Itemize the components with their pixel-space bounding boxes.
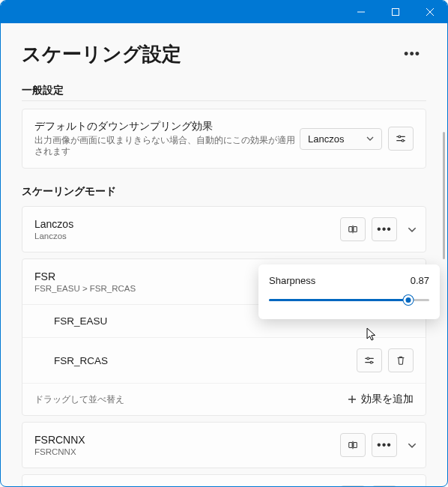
mode-name: FSR — [34, 270, 136, 282]
rename-icon — [348, 440, 358, 450]
rename-icon — [348, 224, 358, 235]
svg-rect-21 — [354, 443, 357, 448]
app-window: スケーリング設定 ••• 一般設定 デフォルトのダウンサンプリング効果 出力画像… — [0, 0, 448, 487]
add-effect-button[interactable]: 効果を追加 — [348, 393, 414, 406]
drag-hint: ドラッグして並べ替え — [34, 393, 124, 406]
scrollbar-thumb[interactable] — [443, 132, 445, 259]
mode-rename-button[interactable] — [340, 433, 366, 457]
default-downsample-title: デフォルトのダウンサンプリング効果 — [34, 120, 300, 133]
general-section-label: 一般設定 — [22, 84, 426, 101]
sliders-icon — [364, 355, 375, 366]
svg-point-15 — [367, 357, 369, 360]
effect-settings-button[interactable] — [357, 348, 382, 372]
svg-rect-8 — [349, 227, 352, 232]
mode-footer: ドラッグして並べ替え 効果を追加 — [22, 384, 426, 415]
chevron-down-icon — [366, 136, 374, 141]
add-effect-label: 効果を追加 — [361, 393, 414, 406]
default-downsample-select[interactable]: Lanczos — [300, 128, 382, 150]
svg-rect-20 — [349, 443, 352, 448]
mode-more-button[interactable]: ••• — [372, 433, 397, 457]
default-downsample-settings-button[interactable] — [388, 127, 414, 151]
svg-rect-1 — [393, 9, 399, 16]
svg-point-7 — [402, 139, 404, 142]
mode-chain: FSRCNNX — [34, 447, 85, 456]
plus-icon — [348, 395, 357, 404]
mode-name: FSRCNNX — [34, 434, 85, 446]
effect-delete-button[interactable] — [388, 348, 414, 372]
slider-thumb[interactable] — [404, 295, 414, 305]
more-icon: ••• — [377, 438, 392, 452]
titlebar — [1, 1, 447, 23]
sharpness-value: 0.87 — [411, 275, 429, 286]
sharpness-slider[interactable] — [269, 294, 429, 306]
maximize-button[interactable] — [378, 1, 413, 23]
effect-row[interactable]: FSR_RCAS — [22, 338, 426, 384]
effect-name: FSR_EASU — [54, 315, 107, 327]
mode-more-button[interactable]: ••• — [372, 217, 397, 241]
mode-rename-button[interactable] — [340, 217, 366, 241]
mode-rename-button[interactable] — [340, 486, 366, 486]
more-icon: ••• — [377, 223, 392, 236]
mode-chain: FSR_EASU > FSR_RCAS — [34, 284, 136, 293]
sharpness-label: Sharpness — [269, 275, 315, 286]
mode-item-fsrcnnx: FSRCNNX FSRCNNX ••• — [22, 422, 426, 468]
slider-fill — [269, 299, 408, 301]
effect-name: FSR_RCAS — [54, 355, 108, 366]
mode-chain: Lanczos — [34, 232, 73, 241]
svg-rect-9 — [354, 227, 357, 232]
svg-point-17 — [370, 361, 372, 363]
chevron-down-icon — [408, 227, 409, 232]
mode-expand-toggle[interactable] — [403, 443, 414, 448]
header-more-button[interactable]: ••• — [398, 43, 426, 65]
mode-header[interactable]: Lanczos Lanczos ••• — [22, 207, 426, 252]
default-downsample-card: デフォルトのダウンサンプリング効果 出力画像が画面に収まりきらない場合、自動的に… — [22, 109, 426, 169]
minimize-button[interactable] — [344, 1, 378, 23]
mode-item-lanczos: Lanczos Lanczos ••• — [22, 206, 426, 252]
effect-list: FSR_EASU FSR_RCAS — [22, 304, 426, 415]
sliders-icon — [396, 133, 406, 144]
mode-header[interactable]: FSRCNNX FSRCNNX ••• — [22, 423, 426, 468]
modes-section-label: スケーリングモード — [22, 185, 426, 199]
trash-icon — [396, 355, 406, 366]
page-title: スケーリング設定 — [22, 41, 181, 67]
default-downsample-subtitle: 出力画像が画面に収まりきらない場合、自動的にこの効果が適用されます — [34, 135, 300, 157]
mode-item-acnet: ACNet ACNet ••• — [22, 474, 426, 486]
mode-more-button[interactable]: ••• — [372, 486, 397, 486]
mode-header[interactable]: ACNet ACNet ••• — [22, 475, 426, 486]
page-header: スケーリング設定 ••• — [1, 23, 447, 72]
chevron-down-icon — [408, 443, 409, 448]
close-button[interactable] — [413, 1, 447, 23]
svg-point-5 — [399, 136, 401, 138]
mode-expand-toggle[interactable] — [403, 227, 414, 232]
default-downsample-selected: Lanczos — [308, 133, 344, 145]
sharpness-popover: Sharpness 0.87 — [258, 264, 440, 319]
mode-name: Lanczos — [34, 218, 73, 230]
